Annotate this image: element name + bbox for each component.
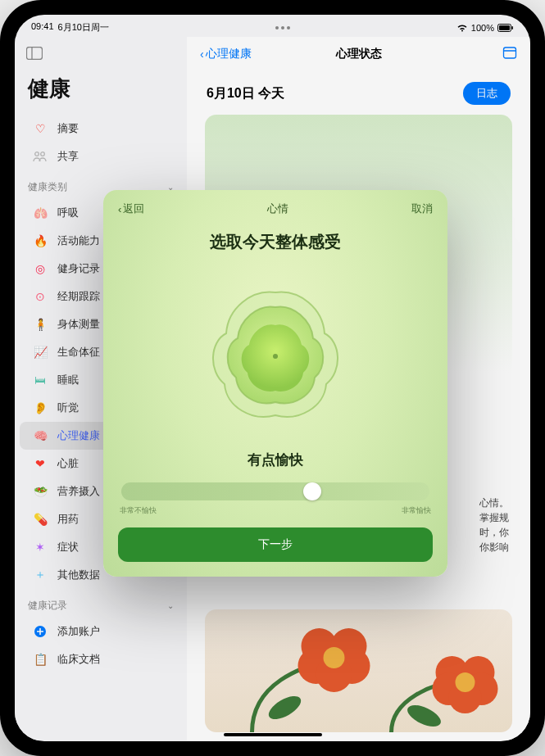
svg-point-17: [324, 647, 345, 668]
cycle-icon: ⊙: [33, 289, 48, 304]
ear-icon: 👂: [33, 401, 48, 415]
slider-min-label: 非常不愉快: [120, 505, 157, 516]
wifi-icon: [456, 24, 468, 32]
next-button[interactable]: 下一步: [118, 527, 433, 562]
bed-icon: 🛏: [33, 373, 48, 387]
sidebar-item-label: 听觉: [57, 401, 79, 415]
sidebar-item-label: 其他数据: [57, 568, 100, 582]
sidebar-item-label: 活动能力: [57, 233, 100, 248]
sidebar-item-label: 摘要: [57, 121, 79, 136]
chevron-down-icon: ⌄: [167, 601, 174, 610]
sidebar-item-summary[interactable]: ♡ 摘要: [20, 115, 182, 143]
lungs-icon: 🫁: [33, 206, 48, 220]
sidebar-item-label: 身体测量: [57, 317, 100, 332]
sidebar-item-label: 健身记录: [57, 261, 100, 276]
vitals-icon: 📈: [33, 345, 48, 360]
sidebar-item-label: 症状: [57, 540, 79, 555]
status-date: 6月10日周一: [58, 21, 109, 34]
people-icon: [33, 149, 48, 164]
section-label: 健康记录: [28, 599, 67, 613]
modal-prompt: 选取今天整体感受: [118, 231, 433, 253]
nav-back-button[interactable]: ‹ 心理健康: [200, 47, 252, 61]
svg-rect-8: [504, 48, 516, 58]
calendar-icon[interactable]: [502, 45, 517, 62]
body-icon: 🧍: [33, 317, 48, 332]
svg-point-10: [265, 691, 304, 723]
modal-back-button[interactable]: ‹ 返回: [118, 201, 144, 216]
sidebar-item-label: 共享: [57, 149, 79, 164]
heart-icon: ❤: [33, 456, 48, 471]
svg-rect-1: [499, 25, 510, 30]
home-indicator[interactable]: [224, 733, 322, 736]
sidebar-item-clinical-docs[interactable]: 📋 临床文档: [20, 645, 182, 673]
sidebar-item-label: 添加账户: [57, 624, 100, 639]
log-button[interactable]: 日志: [463, 82, 511, 105]
sidebar-item-label: 心脏: [57, 456, 79, 471]
sidebar-item-label: 用药: [57, 512, 79, 527]
sidebar-item-label: 生命体征: [57, 345, 100, 360]
symptoms-icon: ✶: [33, 540, 48, 555]
slider-thumb[interactable]: [303, 482, 321, 500]
sidebar-toggle-icon[interactable]: [26, 47, 175, 63]
svg-point-23: [456, 672, 475, 692]
svg-point-11: [404, 701, 443, 731]
info-text: 心情。 掌握规 时，你 你影响: [479, 496, 509, 555]
svg-point-6: [41, 152, 45, 156]
nutrition-icon: 🥗: [33, 484, 48, 499]
heart-outline-icon: ♡: [33, 121, 48, 136]
sidebar-item-label: 临床文档: [57, 652, 100, 667]
svg-rect-2: [512, 26, 514, 29]
mood-value-label: 有点愉快: [118, 450, 433, 469]
chevron-left-icon: ‹: [200, 48, 204, 61]
mood-slider[interactable]: [121, 482, 429, 500]
sidebar-item-label: 营养摄入: [57, 484, 100, 499]
slider-max-label: 非常愉快: [402, 505, 431, 516]
main-nav: ‹ 心理健康 心理状态: [187, 37, 530, 67]
multitasking-dots-icon[interactable]: [275, 26, 290, 29]
chevron-left-icon: ‹: [118, 203, 121, 215]
clipboard-icon: 📋: [33, 652, 48, 667]
fitness-rings-icon: ◎: [33, 261, 48, 276]
modal-back-label: 返回: [123, 201, 144, 216]
slider-track: [121, 482, 429, 500]
plus-icon: ＋: [33, 568, 48, 582]
sidebar-item-sharing[interactable]: 共享: [20, 143, 182, 170]
svg-point-24: [273, 354, 278, 359]
battery-percent: 100%: [471, 23, 494, 33]
sidebar-item-label: 呼吸: [57, 206, 79, 220]
mood-log-modal: ‹ 返回 心情 取消 选取今天整体感受: [103, 190, 447, 577]
sidebar-item-label: 心理健康: [57, 428, 100, 443]
pill-icon: 💊: [33, 512, 48, 527]
sidebar-item-label: 经期跟踪: [57, 289, 100, 304]
page-title: 心理状态: [336, 47, 382, 61]
status-bar: 09:41 6月10日周一 100%: [15, 15, 530, 37]
sidebar-item-label: 睡眠: [57, 373, 79, 387]
modal-title: 心情: [267, 201, 288, 216]
brain-icon: 🧠: [33, 428, 48, 443]
status-time: 09:41: [31, 21, 54, 34]
svg-point-5: [35, 152, 39, 156]
sidebar-item-add-account[interactable]: 添加账户: [20, 618, 182, 645]
date-heading: 6月10日 今天: [207, 85, 284, 102]
section-label: 健康类别: [28, 180, 67, 194]
battery-icon: [497, 24, 514, 32]
plus-circle-icon: [33, 624, 48, 639]
nav-back-label: 心理健康: [206, 47, 252, 61]
app-title: 健康: [15, 71, 187, 115]
section-health-records[interactable]: 健康记录 ⌄: [15, 589, 187, 618]
modal-cancel-button[interactable]: 取消: [411, 201, 433, 216]
svg-rect-3: [27, 48, 43, 60]
article-illustration: [205, 609, 512, 732]
flame-icon: 🔥: [33, 233, 48, 248]
mood-graphic: [118, 261, 433, 450]
